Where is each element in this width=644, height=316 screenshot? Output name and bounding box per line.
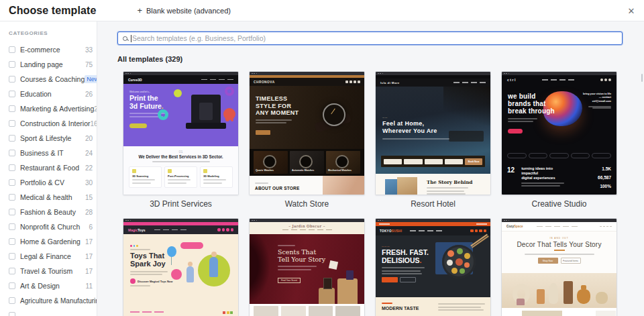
sidebar-item-legal-finance[interactable]: Legal & Finance 17 — [9, 249, 97, 264]
sidebar-item-restaurant-food[interactable]: Restaurant & Food 22 — [9, 160, 97, 175]
sidebar-item-nonprofit-church[interactable]: Nonprofit & Church 6 — [9, 219, 97, 234]
checkbox[interactable] — [9, 61, 15, 68]
mock-hero: we build brands that break through bring… — [502, 85, 616, 152]
templates-panel: Search templates (e.g. Business, Portfol… — [97, 21, 644, 316]
checkbox[interactable] — [9, 46, 15, 53]
mock-hero: — — — FRESH. FAST. DELISIOUS. — [376, 235, 490, 297]
template-card-watch-store[interactable]: CHRONOVA TIMELESS STYLE FOR ANY MOMENT — [249, 71, 365, 210]
checkbox[interactable] — [9, 120, 15, 127]
template-thumbnail[interactable]: TOKYOSUSHI — [375, 218, 491, 316]
template-grid: Curve3D Welcome and let's... Print the 3… — [123, 71, 639, 316]
checkbox[interactable] — [9, 179, 15, 186]
mock-section-title: ABOUT OUR STORE — [255, 186, 299, 191]
mock-hero: — — Feel at Home, Wherever You Are Book … — [376, 87, 490, 174]
template-name: Resort Hotel — [375, 195, 491, 210]
template-thumbnail[interactable]: ctrl we build brands that break through — [501, 71, 617, 195]
mock-vase — [577, 289, 590, 304]
sidebar-item-e-commerce[interactable]: E-commerce 33 — [9, 42, 97, 57]
template-thumbnail[interactable]: Isla di Mare — — Feel at Home, Wherever … — [375, 71, 491, 195]
category-label: Landing page — [20, 60, 63, 68]
template-card-toys[interactable]: MagicToys — [123, 218, 239, 316]
checkbox[interactable] — [9, 164, 15, 171]
checkbox[interactable] — [9, 312, 15, 316]
template-card-3d-print-services[interactable]: Curve3D Welcome and let's... Print the 3… — [123, 71, 239, 210]
template-card-creative-studio[interactable]: ctrl we build brands that break through — [501, 71, 617, 210]
category-label: Fashion & Beauty — [20, 208, 76, 216]
mock-kid-figure — [186, 266, 194, 282]
checkbox[interactable] — [9, 238, 15, 245]
category-label: Construction & Interior — [20, 119, 90, 127]
sidebar-item-sport-lifestyle[interactable]: Sport & Lifestyle 20 — [9, 131, 97, 146]
sidebar: CATEGORIES E-commerce 33 Landing page 75… — [0, 21, 97, 316]
category-count: 26 — [85, 91, 93, 98]
category-label: Sport & Lifestyle — [20, 134, 71, 142]
mock-hero: TIMELESS STYLE FOR ANY MOMENT — [250, 86, 364, 149]
checkbox[interactable] — [9, 223, 15, 230]
mock-section-title: turning ideas into impactful digital exp… — [521, 166, 570, 180]
template-thumbnail[interactable]: Curve3D Welcome and let's... Print the 3… — [123, 71, 239, 195]
sidebar-item-marketing-advertising[interactable]: Marketing & Advertising 25 — [9, 101, 97, 116]
blank-website-label: Blank website (advanced) — [146, 7, 231, 15]
template-thumbnail[interactable]: – Jardin Obscur – Scents That — [249, 218, 365, 316]
template-card-perfume[interactable]: – Jardin Obscur – Scents That — [249, 218, 365, 316]
sidebar-item-agriculture-manufacturing[interactable]: Agriculture & Manufacturing 9 — [9, 293, 97, 308]
all-templates-heading: All templates (329) — [117, 55, 644, 63]
sidebar-item-partial[interactable] — [9, 308, 97, 316]
mock-hero-kicker: IN AND OUT — [502, 237, 616, 240]
checkbox[interactable] — [9, 268, 15, 274]
sidebar-item-medical-health[interactable]: Medical & health 15 — [9, 190, 97, 205]
template-name: 3D Print Services — [123, 195, 239, 210]
sidebar-item-courses-coaching[interactable]: Courses & Coaching New 8 — [9, 72, 97, 87]
mock-vase — [537, 289, 545, 304]
sidebar-item-portfolio-cv[interactable]: Portfolio & CV 30 — [9, 175, 97, 190]
checkbox[interactable] — [9, 209, 15, 215]
scrollbar-thumb[interactable] — [641, 74, 643, 82]
mock-stat: 1.5K — [598, 166, 611, 171]
template-thumbnail[interactable]: MagicToys — [123, 218, 239, 316]
mock-stats-section: 12 turning ideas into impactful digital … — [502, 158, 616, 189]
checkbox[interactable] — [9, 194, 15, 201]
checkbox[interactable] — [9, 105, 15, 112]
search-placeholder: Search templates (e.g. Business, Portfol… — [132, 34, 266, 42]
mock-stat: 100% — [598, 184, 611, 189]
mock-social-icons — [345, 81, 360, 83]
mock-section: MODERN TASTE — [376, 297, 490, 316]
close-icon[interactable]: ✕ — [625, 5, 637, 17]
sidebar-item-business-it[interactable]: Business & IT 24 — [9, 146, 97, 160]
category-count: 11 — [86, 282, 93, 290]
checkbox[interactable] — [9, 150, 15, 156]
checkbox[interactable] — [9, 91, 15, 97]
category-count: 33 — [85, 46, 93, 54]
template-thumbnail[interactable]: CHRONOVA TIMELESS STYLE FOR ANY MOMENT — [249, 71, 365, 195]
checkbox[interactable] — [9, 297, 15, 304]
mock-navbar: ctrl — [502, 75, 616, 85]
checkbox[interactable] — [9, 135, 15, 142]
sidebar-item-art-design[interactable]: Art & Design 11 — [9, 278, 97, 293]
sidebar-item-fashion-beauty[interactable]: Fashion & Beauty 28 — [9, 205, 97, 219]
template-card-resort-hotel[interactable]: Isla di Mare — — Feel at Home, Wherever … — [375, 71, 491, 210]
sidebar-item-construction-interior[interactable]: Construction & Interior 16 — [9, 116, 97, 131]
template-thumbnail[interactable]: CozySpace IN AND OUT Decor That Tells Yo… — [501, 218, 617, 316]
mock-cta-button — [129, 123, 147, 128]
checkbox[interactable] — [9, 76, 15, 83]
mock-shape — [171, 269, 182, 280]
blank-website-button[interactable]: + Blank website (advanced) — [137, 6, 231, 15]
plus-icon: + — [137, 6, 142, 15]
template-card-sushi[interactable]: TOKYOSUSHI — [375, 218, 491, 316]
sidebar-item-home-gardening[interactable]: Home & Gardening 17 — [9, 234, 97, 249]
mock-shape — [158, 109, 168, 120]
template-card-decor[interactable]: CozySpace IN AND OUT Decor That Tells Yo… — [501, 218, 617, 316]
mock-story-section: The Story Behind — [376, 174, 490, 195]
mock-perfume-bottle — [346, 270, 354, 280]
mock-social-icons — [470, 229, 486, 233]
mock-hero: IN AND OUT Decor That Tells Your Story S… — [502, 231, 616, 273]
checkbox[interactable] — [9, 282, 15, 289]
search-input[interactable]: Search templates (e.g. Business, Portfol… — [117, 32, 623, 45]
mock-shape — [180, 242, 203, 249]
category-label: Home & Gardening — [20, 238, 80, 246]
sidebar-item-landing-page[interactable]: Landing page 75 — [9, 57, 97, 72]
sidebar-item-travel-tourism[interactable]: Travel & Tourism 17 — [9, 264, 97, 278]
sidebar-item-education[interactable]: Education 26 — [9, 87, 97, 101]
category-count: 20 — [85, 135, 93, 142]
checkbox[interactable] — [9, 253, 15, 260]
